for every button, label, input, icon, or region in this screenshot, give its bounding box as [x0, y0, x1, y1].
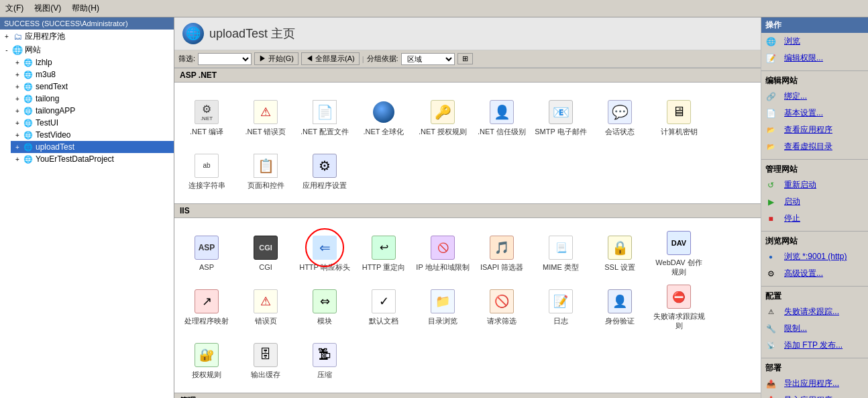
- app-settings-icon-box: ⚙: [311, 152, 338, 179]
- right-basic-action[interactable]: 📄 基本设置...: [761, 105, 868, 121]
- icon-dotnet-global[interactable]: .NET 全球化: [354, 91, 413, 144]
- right-adv-settings-action[interactable]: ⚙ 高级设置...: [761, 265, 868, 282]
- right-start-action[interactable]: ▶ 启动: [761, 193, 868, 210]
- expand-sites-icon[interactable]: -: [3, 46, 11, 54]
- browse-link[interactable]: 浏览: [779, 34, 806, 48]
- export-icon: 📤: [765, 379, 776, 389]
- adv-settings-link[interactable]: 高级设置...: [779, 266, 828, 281]
- expand-testui-icon[interactable]: +: [13, 119, 21, 127]
- icon-ssl-settings[interactable]: 🔒 SSL 设置: [590, 226, 649, 280]
- edit-perm-link[interactable]: 编辑权限...: [779, 51, 828, 65]
- tree-pool-label: 应用程序池: [25, 31, 65, 42]
- right-restart-action[interactable]: ↺ 重新启动: [761, 177, 868, 193]
- icon-logging[interactable]: 📝 日志: [531, 280, 590, 334]
- icon-dotnet-auth[interactable]: 🔑 .NET 授权规则: [413, 91, 472, 144]
- right-export-action[interactable]: 📤 导出应用程序...: [761, 375, 868, 392]
- restart-link[interactable]: 重新启动: [779, 178, 822, 192]
- tree-site-testui[interactable]: + 🌐 TestUI: [11, 117, 174, 129]
- icon-cgi[interactable]: CGI CGI: [236, 226, 295, 280]
- tree-site-testvideo[interactable]: + 🌐 TestVideo: [11, 129, 174, 141]
- tree-item-pool[interactable]: + 🗂 应用程序池: [0, 30, 174, 43]
- filter-start-btn[interactable]: ▶ 开始(G): [254, 52, 299, 65]
- fail-trace-link[interactable]: 失败请求跟踪...: [779, 305, 845, 319]
- icon-dotnet-trust[interactable]: 👤 .NET 信任级别: [472, 91, 531, 144]
- menu-file[interactable]: 文(F): [3, 1, 26, 15]
- icon-webdav[interactable]: DAV WebDAV 创作规则: [649, 226, 708, 280]
- tree-site-tailong[interactable]: + 🌐 tailong: [11, 93, 174, 105]
- filter-showall-btn[interactable]: ◀ 全部显示(A): [301, 52, 360, 65]
- icon-asp[interactable]: ASP ASP: [177, 226, 236, 280]
- icon-dotnet-config[interactable]: 📄 .NET 配置文件: [295, 91, 354, 144]
- filter-view-btn[interactable]: ⊞: [457, 53, 473, 64]
- icon-default-doc[interactable]: ✓ 默认文档: [354, 280, 413, 334]
- tree-site-uploadtest[interactable]: + 🌐 uploadTest: [11, 141, 174, 153]
- icon-output-cache[interactable]: 🗄 输出缓存: [236, 334, 295, 387]
- right-ftp-action[interactable]: 📡 添加 FTP 发布...: [761, 337, 868, 354]
- icon-request-filter[interactable]: 🚫 请求筛选: [472, 280, 531, 334]
- right-limit-action[interactable]: 🔧 限制...: [761, 320, 868, 337]
- icon-modules[interactable]: ⇔ 模块: [295, 280, 354, 334]
- expand-m3u8-icon[interactable]: +: [13, 70, 21, 79]
- icon-machine-key[interactable]: 🖥 计算机密钥: [649, 91, 708, 144]
- expand-testvideo-icon[interactable]: +: [13, 131, 21, 139]
- right-viewapp-action[interactable]: 📂 查看应用程序: [761, 121, 868, 138]
- icon-dir-browse[interactable]: 📁 目录浏览: [413, 280, 472, 334]
- right-import-action[interactable]: 📥 导入应用程序...: [761, 392, 868, 398]
- right-bind-action[interactable]: 🔗 绑定...: [761, 88, 868, 105]
- expand-tailong-icon[interactable]: +: [13, 95, 21, 103]
- import-link[interactable]: 导入应用程序...: [779, 393, 845, 398]
- tree-site-tailongapp[interactable]: + 🌐 tailongAPP: [11, 105, 174, 117]
- filter-input[interactable]: [198, 53, 252, 65]
- tree-sites-text: 网站: [25, 44, 41, 56]
- tree-site-sendtext[interactable]: + 🌐 sendText: [11, 81, 174, 93]
- expand-sendtext-icon[interactable]: +: [13, 83, 21, 91]
- tree-sites-label[interactable]: - 🌐 网站: [0, 44, 174, 56]
- menu-view[interactable]: 视图(V): [32, 1, 64, 15]
- icon-dotnet-compile[interactable]: ⚙.NET .NET 编译: [177, 91, 236, 144]
- icon-isapi-filter[interactable]: 🎵 ISAPI 筛选器: [472, 226, 531, 280]
- ftp-link[interactable]: 添加 FTP 发布...: [779, 338, 848, 352]
- right-fail-trace-action[interactable]: ⚠ 失败请求跟踪...: [761, 303, 868, 320]
- start-link[interactable]: 启动: [779, 195, 806, 209]
- tree-site-lzhlp[interactable]: + 🌐 lzhlp: [11, 56, 174, 68]
- icon-ip-restrict[interactable]: 🚫 IP 地址和域限制: [413, 226, 472, 280]
- view-app-link[interactable]: 查看应用程序: [779, 123, 838, 137]
- limit-link[interactable]: 限制...: [779, 321, 812, 336]
- icon-mime-type[interactable]: 📃 MIME 类型: [531, 226, 590, 280]
- expand-pool-icon[interactable]: +: [3, 33, 11, 41]
- icon-auth2[interactable]: 👤 身份验证: [590, 280, 649, 334]
- icon-http-response-header[interactable]: ⇐ HTTP 响应标头: [295, 226, 354, 280]
- browse-site-link[interactable]: 浏览 *:9001 (http): [779, 250, 852, 264]
- icon-app-settings[interactable]: ⚙ 应用程序设置: [295, 144, 354, 198]
- right-viewvdir-action[interactable]: 📂 查看虚拟目录: [761, 138, 868, 155]
- icon-page-ctrl[interactable]: 📋 页面和控件: [236, 144, 295, 198]
- right-editperm-action[interactable]: 📝 编辑权限...: [761, 50, 868, 66]
- basic-settings-link[interactable]: 基本设置...: [779, 106, 828, 120]
- right-stop-action[interactable]: ■ 停止: [761, 210, 868, 227]
- expand-tailongapp-icon[interactable]: +: [13, 107, 21, 115]
- icon-handler-map[interactable]: ↗ 处理程序映射: [177, 280, 236, 334]
- expand-lzhlp-icon[interactable]: +: [13, 58, 21, 66]
- icon-conn-string[interactable]: ab 连接字符串: [177, 144, 236, 198]
- right-browse-action[interactable]: 🌐 浏览: [761, 33, 868, 50]
- view-vdir-link[interactable]: 查看虚拟目录: [779, 140, 838, 154]
- menu-help[interactable]: 帮助(H): [69, 1, 102, 15]
- icon-http-redirect[interactable]: ↩ HTTP 重定向: [354, 226, 413, 280]
- icon-compress[interactable]: 🗜 压缩: [295, 334, 354, 387]
- export-link[interactable]: 导出应用程序...: [779, 377, 845, 391]
- icon-dotnet-error[interactable]: ⚠ .NET 错误页: [236, 91, 295, 144]
- expand-youer-icon[interactable]: +: [13, 155, 21, 163]
- icon-error-pages[interactable]: ⚠ 错误页: [236, 280, 295, 334]
- icon-session[interactable]: 💬 会话状态: [590, 91, 649, 144]
- icon-auth-rules[interactable]: 🔐 授权规则: [177, 334, 236, 387]
- tree-site-m3u8[interactable]: + 🌐 m3u8: [11, 68, 174, 81]
- icon-fail-req-trace[interactable]: ⛔ 失败请求跟踪规则: [649, 280, 708, 334]
- stop-link[interactable]: 停止: [779, 211, 806, 226]
- expand-uploadtest-icon[interactable]: +: [13, 143, 21, 151]
- bind-link[interactable]: 绑定...: [779, 89, 812, 103]
- page-ctrl-label: 页面和控件: [248, 181, 284, 190]
- tree-site-youer[interactable]: + 🌐 YouErTestDataProject: [11, 153, 174, 165]
- right-browse-site-action[interactable]: ● 浏览 *:9001 (http): [761, 248, 868, 265]
- filter-group-dropdown[interactable]: 区域: [401, 53, 455, 65]
- icon-smtp[interactable]: 📧 SMTP 电子邮件: [531, 91, 590, 144]
